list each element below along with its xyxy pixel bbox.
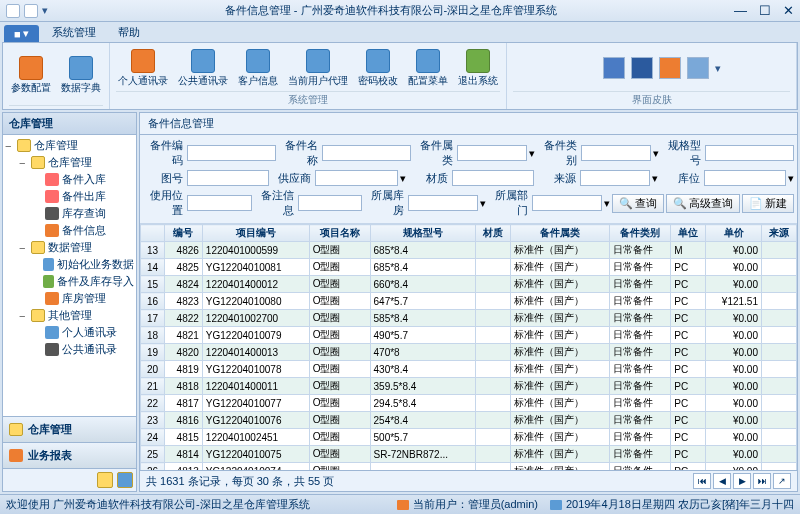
- table-row[interactable]: 214818122040140001​1O型圈359.5*8.4标准件（国产）日…: [141, 378, 797, 395]
- skin-3[interactable]: [659, 57, 681, 79]
- table-row[interactable]: 244815122040100245​1O型圈500*5.7标准件（国产）日常备…: [141, 429, 797, 446]
- new-button[interactable]: 📄新建: [742, 194, 794, 213]
- table-row[interactable]: 184821YG1220401007​9O型圈490*5.7标准件（国产）日常备…: [141, 327, 797, 344]
- qat-save-icon[interactable]: [6, 4, 20, 18]
- skin-2[interactable]: [631, 57, 653, 79]
- date-icon: [550, 500, 562, 510]
- inp-code[interactable]: [187, 145, 276, 161]
- tree-仓库管理[interactable]: −仓库管理: [5, 137, 134, 154]
- dd-category[interactable]: [457, 145, 527, 161]
- sidebar-btn-reports[interactable]: 业务报表: [3, 442, 136, 468]
- skin-1[interactable]: [603, 57, 625, 79]
- inp-material[interactable]: [452, 170, 534, 186]
- tree-公共通讯录[interactable]: 公共通讯录: [5, 341, 134, 358]
- tree-其他管理[interactable]: −其他管理: [5, 307, 134, 324]
- dd-type[interactable]: [581, 145, 651, 161]
- search-panel: 备件编码 备件名称 备件属类▾ 备件类别▾ 规格型号 图号 供应商▾ 材质 来源…: [140, 135, 797, 224]
- tree-备件出库[interactable]: 备件出库: [5, 188, 134, 205]
- pager: 共 1631 条记录，每页 30 条，共 55 页 ⏮ ◀ ▶ ⏭ ↗: [140, 470, 797, 491]
- ribbon-个人通讯录[interactable]: 个人通讯录: [116, 47, 170, 90]
- pager-last[interactable]: ⏭: [753, 473, 771, 489]
- close-button[interactable]: ✕: [783, 3, 794, 18]
- inp-spec[interactable]: [705, 145, 794, 161]
- tab-help[interactable]: 帮助: [107, 22, 151, 42]
- table-row[interactable]: 144825YG1220401008​1O型圈685*8.4标准件（国产）日常备…: [141, 259, 797, 276]
- dd-dept[interactable]: [532, 195, 602, 211]
- skin-more-icon[interactable]: ▾: [715, 62, 721, 75]
- search-button[interactable]: 🔍查询: [612, 194, 664, 213]
- content-tab[interactable]: 备件信息管理: [140, 113, 797, 135]
- tree-库房管理[interactable]: 库房管理: [5, 290, 134, 307]
- file-tab[interactable]: ■▾: [4, 25, 39, 42]
- window-controls: — ☐ ✕: [734, 3, 794, 18]
- dd-source[interactable]: [580, 170, 650, 186]
- tree-备件信息[interactable]: 备件信息: [5, 222, 134, 239]
- footer-icon-1[interactable]: [97, 472, 113, 488]
- table-row[interactable]: 164823YG1220401008​0O型圈647*5.7标准件（国产）日常备…: [141, 293, 797, 310]
- tree-初始化业务数据[interactable]: 初始化业务数据: [5, 256, 134, 273]
- inp-usepos[interactable]: [187, 195, 252, 211]
- table-row[interactable]: 224817YG1220401007​7O型圈294.5*8.4标准件（国产）日…: [141, 395, 797, 412]
- ribbon-当前用户代理[interactable]: 当前用户代理: [286, 47, 350, 90]
- tab-system[interactable]: 系统管理: [41, 22, 107, 42]
- ribbon-数据字典[interactable]: 数据字典: [59, 54, 103, 97]
- inp-remark[interactable]: [298, 195, 363, 211]
- tree-仓库管理[interactable]: −仓库管理: [5, 154, 134, 171]
- ribbon-密码校改[interactable]: 密码校改: [356, 47, 400, 90]
- pager-jump[interactable]: ↗: [773, 473, 791, 489]
- titlebar: ▾ 备件信息管理 - 广州爱奇迪软件科技有限公司-深田之星仓库管理系统 — ☐ …: [0, 0, 800, 22]
- table-row[interactable]: 204819YG1220401007​8O型圈430*8.4标准件（国产）日常备…: [141, 361, 797, 378]
- footer-icon-2[interactable]: [117, 472, 133, 488]
- tree-备件及库存导入[interactable]: 备件及库存导入: [5, 273, 134, 290]
- content: 备件信息管理 备件编码 备件名称 备件属类▾ 备件类别▾ 规格型号 图号 供应商…: [139, 112, 798, 492]
- inp-supplier[interactable]: [315, 170, 397, 186]
- pager-next[interactable]: ▶: [733, 473, 751, 489]
- inp-name[interactable]: [322, 145, 411, 161]
- tree-库存查询[interactable]: 库存查询: [5, 205, 134, 222]
- table-row[interactable]: 254814YG1220401007​5O型圈SR-72NBR872...标准件…: [141, 446, 797, 463]
- sidebar: 仓库管理 −仓库管理−仓库管理备件入库备件出库库存查询备件信息−数据管理初始化业…: [2, 112, 137, 492]
- ribbon-客户信息[interactable]: 客户信息: [236, 47, 280, 90]
- ribbon-退出系统[interactable]: 退出系统: [456, 47, 500, 90]
- sidebar-header: 仓库管理: [3, 113, 136, 135]
- user-icon: [397, 500, 409, 510]
- minimize-button[interactable]: —: [734, 3, 747, 18]
- qat-btn2-icon[interactable]: [24, 4, 38, 18]
- advanced-search-button[interactable]: 🔍高级查询: [666, 194, 740, 213]
- table-row[interactable]: 194820122040140001​3O型圈470*8标准件（国产）日常备件P…: [141, 344, 797, 361]
- dd-wh[interactable]: [408, 195, 478, 211]
- inp-draw[interactable]: [187, 170, 269, 186]
- ribbon-公共通讯录[interactable]: 公共通讯录: [176, 47, 230, 90]
- ribbon-参数配置[interactable]: 参数配置: [9, 54, 53, 97]
- table-row[interactable]: 234816YG1220401007​6O型圈254*8.4标准件（国产）日常备…: [141, 412, 797, 429]
- ribbon: 参数配置数据字典 个人通讯录公共通讯录客户信息当前用户代理密码校改配置菜单退出系…: [2, 42, 798, 110]
- quick-access: ▾: [6, 4, 48, 18]
- tree-数据管理[interactable]: −数据管理: [5, 239, 134, 256]
- status-bar: 欢迎使用 广州爱奇迪软件科技有限公司-深田之星仓库管理系统 当前用户：管理员(a…: [0, 494, 800, 514]
- table-row[interactable]: 134826122040100059​9O型圈685*8.4标准件（国产）日常备…: [141, 242, 797, 259]
- maximize-button[interactable]: ☐: [759, 3, 771, 18]
- inp-loc[interactable]: [704, 170, 786, 186]
- pager-prev[interactable]: ◀: [713, 473, 731, 489]
- table-row[interactable]: 264813YG1220401007​4O型圈标准件（国产）日常备件PC¥0.0…: [141, 463, 797, 471]
- nav-tree: −仓库管理−仓库管理备件入库备件出库库存查询备件信息−数据管理初始化业务数据备件…: [3, 135, 136, 416]
- ribbon-配置菜单[interactable]: 配置菜单: [406, 47, 450, 90]
- skin-4[interactable]: [687, 57, 709, 79]
- tree-个人通讯录[interactable]: 个人通讯录: [5, 324, 134, 341]
- table-row[interactable]: 174822122040100270​0O型圈585*8.4标准件（国产）日常备…: [141, 310, 797, 327]
- data-grid[interactable]: 编号项目编号项目名称规格型号材质备件属类备件类别单位单价来源1348261220…: [140, 224, 797, 470]
- pager-first[interactable]: ⏮: [693, 473, 711, 489]
- table-row[interactable]: 154824122040140001​2O型圈660*8.4标准件（国产）日常备…: [141, 276, 797, 293]
- menu-tabs: ■▾ 系统管理 帮助: [0, 22, 800, 42]
- tree-备件入库[interactable]: 备件入库: [5, 171, 134, 188]
- sidebar-footer-icons: [3, 468, 136, 491]
- sidebar-btn-warehouse[interactable]: 仓库管理: [3, 416, 136, 442]
- window-title: 备件信息管理 - 广州爱奇迪软件科技有限公司-深田之星仓库管理系统: [48, 3, 734, 18]
